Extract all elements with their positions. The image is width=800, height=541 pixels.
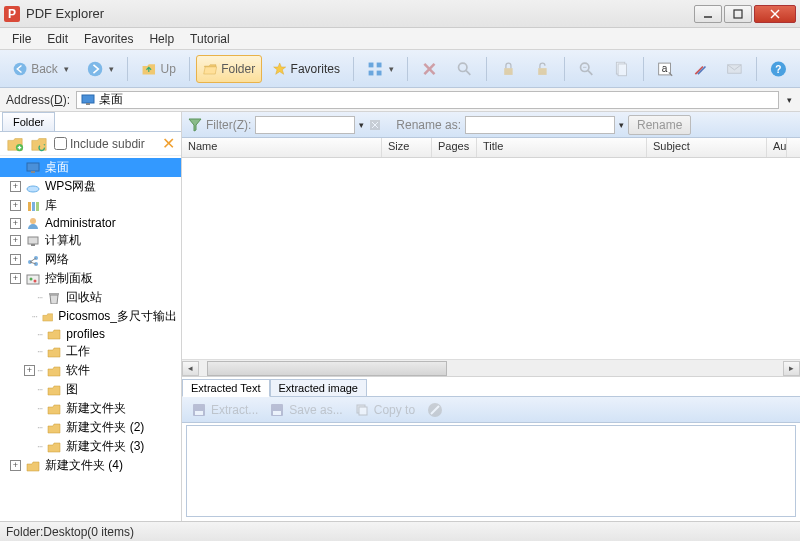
- copy-to-button[interactable]: Copy to: [355, 403, 415, 417]
- expand-icon[interactable]: +: [10, 254, 21, 265]
- svg-point-6: [14, 62, 27, 75]
- address-dropdown-icon[interactable]: ▾: [785, 93, 794, 107]
- up-icon: [141, 60, 157, 78]
- tree-item-label: 控制面板: [45, 270, 93, 287]
- minimize-button[interactable]: [694, 5, 722, 23]
- column-size[interactable]: Size: [382, 138, 432, 157]
- folder-icon: [47, 403, 61, 415]
- view-button[interactable]: ▾: [360, 55, 401, 83]
- tree-item-label: 新建文件夹 (3): [66, 438, 144, 455]
- search-button[interactable]: [449, 55, 480, 83]
- folder-tab[interactable]: Folder: [2, 112, 55, 131]
- add-folder-icon[interactable]: [6, 135, 24, 153]
- column-subject[interactable]: Subject: [647, 138, 767, 157]
- page-button[interactable]: [606, 55, 637, 83]
- unlock-button[interactable]: [527, 55, 558, 83]
- grid-body: [182, 158, 800, 359]
- folder-icon: [26, 460, 40, 472]
- scroll-thumb[interactable]: [207, 361, 447, 376]
- svg-rect-59: [273, 411, 281, 415]
- tree-item[interactable]: ···profiles: [0, 326, 181, 342]
- tree-item[interactable]: ···图: [0, 380, 181, 399]
- menu-tutorial[interactable]: Tutorial: [182, 30, 238, 48]
- svg-text:a: a: [662, 63, 668, 74]
- tree-item[interactable]: ···新建文件夹 (3): [0, 437, 181, 456]
- extracted-image-tab[interactable]: Extracted image: [270, 379, 367, 397]
- extract-panel: Extracted Text Extracted image Extract..…: [182, 376, 800, 521]
- expand-icon[interactable]: +: [24, 365, 35, 376]
- extracted-text-tab[interactable]: Extracted Text: [182, 379, 270, 397]
- up-button[interactable]: Up: [134, 55, 183, 83]
- tree-item[interactable]: +控制面板: [0, 269, 181, 288]
- rename-button[interactable]: Rename: [628, 115, 691, 135]
- close-panel-icon[interactable]: ✕: [162, 134, 175, 153]
- tree-item[interactable]: +···软件: [0, 361, 181, 380]
- menu-favorites[interactable]: Favorites: [76, 30, 141, 48]
- clear-filter-icon[interactable]: [368, 118, 382, 132]
- forward-button[interactable]: ▾: [80, 55, 121, 83]
- scroll-left-icon[interactable]: ◂: [182, 361, 199, 376]
- favorites-button[interactable]: Favorites: [266, 55, 347, 83]
- page-icon: [613, 60, 630, 78]
- window-title: PDF Explorer: [26, 6, 694, 21]
- expand-icon[interactable]: +: [10, 200, 21, 211]
- tree-item[interactable]: ···新建文件夹 (2): [0, 418, 181, 437]
- close-button[interactable]: [754, 5, 796, 23]
- help-button[interactable]: ?: [763, 55, 794, 83]
- expand-icon[interactable]: +: [10, 273, 21, 284]
- maximize-button[interactable]: [724, 5, 752, 23]
- tree-item[interactable]: ···工作: [0, 342, 181, 361]
- menu-edit[interactable]: Edit: [39, 30, 76, 48]
- menu-help[interactable]: Help: [141, 30, 182, 48]
- menu-file[interactable]: File: [4, 30, 39, 48]
- stop-icon[interactable]: [427, 402, 443, 418]
- folder-button[interactable]: Folder: [196, 55, 262, 83]
- tree-item[interactable]: +新建文件夹 (4): [0, 456, 181, 475]
- text-tool-button[interactable]: a: [650, 55, 681, 83]
- include-subdir-checkbox[interactable]: Include subdir: [54, 137, 145, 151]
- column-au[interactable]: Au: [767, 138, 787, 157]
- column-pages[interactable]: Pages: [432, 138, 477, 157]
- save-as-button[interactable]: Save as...: [270, 403, 342, 417]
- address-input[interactable]: 桌面: [76, 91, 779, 109]
- tree-item[interactable]: ···回收站: [0, 288, 181, 307]
- zoom-button[interactable]: [571, 55, 602, 83]
- desktop-icon: [26, 162, 40, 174]
- svg-rect-39: [32, 202, 35, 211]
- svg-rect-36: [31, 171, 35, 173]
- refresh-folder-icon[interactable]: [30, 135, 48, 153]
- scroll-right-icon[interactable]: ▸: [783, 361, 800, 376]
- tree-item[interactable]: +WPS网盘: [0, 177, 181, 196]
- tools-icon: [692, 60, 709, 78]
- filter-icon: [188, 118, 202, 132]
- tree-item[interactable]: +Administrator: [0, 215, 181, 231]
- extract-button[interactable]: Extract...: [192, 403, 258, 417]
- tree-item[interactable]: +网络: [0, 250, 181, 269]
- mail-button[interactable]: [719, 55, 750, 83]
- expand-icon[interactable]: +: [10, 235, 21, 246]
- svg-line-19: [588, 70, 592, 74]
- tree-item[interactable]: ···新建文件夹: [0, 399, 181, 418]
- tools-button[interactable]: [685, 55, 716, 83]
- filter-label: Filter(Z):: [206, 118, 251, 132]
- tree-item-label: Picosmos_多尺寸输出: [58, 308, 177, 325]
- tree-item[interactable]: +计算机: [0, 231, 181, 250]
- delete-button[interactable]: [414, 55, 445, 83]
- expand-icon[interactable]: +: [10, 181, 21, 192]
- column-title[interactable]: Title: [477, 138, 647, 157]
- column-name[interactable]: Name: [182, 138, 382, 157]
- favorites-label: Favorites: [291, 62, 340, 76]
- filter-input[interactable]: [255, 116, 355, 134]
- rename-input[interactable]: [465, 116, 615, 134]
- expand-icon[interactable]: +: [10, 218, 21, 229]
- lock-button[interactable]: [493, 55, 524, 83]
- address-bar: Address(D): 桌面 ▾: [0, 88, 800, 112]
- back-button[interactable]: Back▾: [6, 55, 76, 83]
- app-icon: P: [4, 6, 20, 22]
- expand-icon[interactable]: +: [10, 460, 21, 471]
- tree-item[interactable]: 桌面: [0, 158, 181, 177]
- folder-icon: [47, 441, 61, 453]
- tree-item[interactable]: ···Picosmos_多尺寸输出: [0, 307, 181, 326]
- horizontal-scrollbar[interactable]: ◂ ▸: [182, 359, 800, 376]
- tree-item[interactable]: +库: [0, 196, 181, 215]
